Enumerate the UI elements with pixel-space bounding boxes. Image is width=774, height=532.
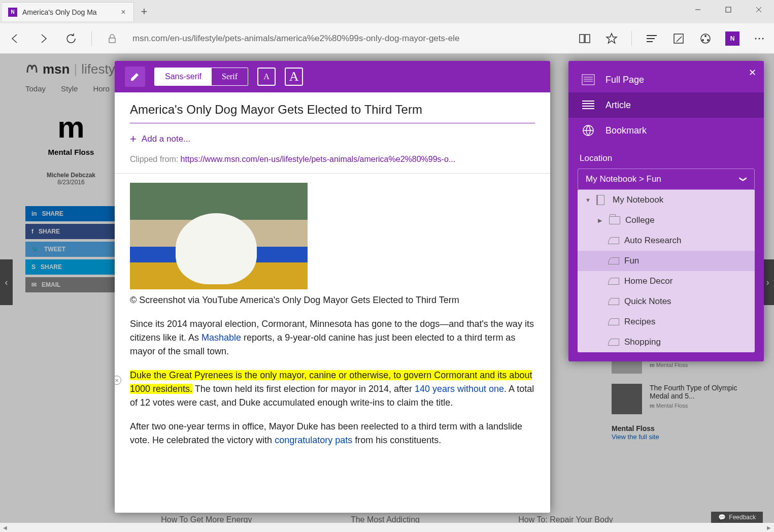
tree-label: Home Decor: [624, 276, 672, 286]
lock-icon: [105, 31, 120, 46]
article-image: [130, 183, 308, 289]
section-icon: [608, 257, 619, 264]
tree-section[interactable]: Fun: [578, 251, 755, 271]
highlighter-button[interactable]: [125, 66, 145, 87]
feedback-button[interactable]: 💬Feedback: [711, 512, 763, 523]
tab-favicon: N: [8, 8, 17, 17]
divider: [91, 31, 92, 46]
font-family-toggle: Sans-serif Serif: [154, 68, 248, 86]
tree-section[interactable]: Quick Notes: [578, 291, 755, 312]
dismiss-icon[interactable]: ✕: [115, 376, 121, 385]
section-icon: [608, 318, 619, 325]
collapse-icon[interactable]: ▼: [585, 197, 591, 203]
scroll-right-button[interactable]: ▶: [765, 525, 773, 530]
article-link[interactable]: congratulatory pats: [275, 435, 352, 445]
back-button[interactable]: [8, 31, 23, 46]
section-group-icon: [609, 216, 620, 224]
article-icon: [581, 99, 595, 111]
svg-rect-8: [674, 34, 683, 43]
onenote-clipper-button[interactable]: N: [725, 31, 739, 46]
clipper-location-panel: ✕ Full Page Article Bookmark Location My…: [568, 61, 764, 361]
tree-section[interactable]: Shopping: [578, 332, 755, 352]
close-window-button[interactable]: [744, 0, 774, 19]
web-note-button[interactable]: [671, 31, 686, 46]
location-select[interactable]: My Notebook > Fun ❯: [578, 169, 755, 190]
section-icon: [608, 339, 619, 346]
expand-icon[interactable]: ▶: [598, 217, 604, 224]
svg-point-15: [762, 38, 764, 39]
chevron-down-icon: ❯: [739, 176, 748, 182]
mode-label: Full Page: [605, 75, 644, 85]
article-paragraph: Duke the Great Pyrenees is the only mayo…: [130, 369, 535, 410]
favorites-button[interactable]: [604, 31, 619, 46]
url-input[interactable]: [132, 34, 565, 44]
bookmark-icon: [581, 125, 595, 136]
svg-point-10: [704, 35, 706, 37]
tree-section-group[interactable]: ▶ College: [578, 210, 755, 230]
tree-label: Quick Notes: [624, 296, 671, 307]
forward-button[interactable]: [36, 31, 51, 46]
browser-tab[interactable]: N America's Only Dog Ma ×: [2, 2, 134, 21]
selected-location: My Notebook > Fun: [586, 174, 661, 184]
tree-label: College: [625, 215, 655, 225]
svg-point-11: [702, 39, 704, 41]
close-panel-button[interactable]: ✕: [749, 67, 756, 78]
new-tab-button[interactable]: +: [134, 2, 154, 21]
refresh-button[interactable]: [63, 31, 79, 46]
mode-label: Bookmark: [605, 125, 647, 136]
tree-section[interactable]: Recipes: [578, 312, 755, 332]
svg-point-13: [755, 38, 757, 39]
tree-label: Shopping: [624, 337, 661, 347]
svg-rect-4: [109, 38, 115, 43]
svg-rect-16: [582, 75, 594, 85]
location-label: Location: [568, 149, 764, 169]
full-page-icon: [581, 74, 595, 85]
minimize-button[interactable]: [683, 0, 713, 19]
svg-point-12: [707, 39, 709, 41]
tab-title: America's Only Dog Ma: [22, 8, 119, 16]
sans-serif-button[interactable]: Sans-serif: [155, 68, 212, 85]
notebook-icon: [596, 195, 604, 205]
article-link[interactable]: 140 years without one: [415, 384, 504, 394]
tree-section[interactable]: Home Decor: [578, 271, 755, 291]
article-paragraph: After two one-year terms in office, Mayo…: [130, 420, 535, 447]
clipped-from: Clipped from: https://www.msn.com/en-us/…: [130, 155, 535, 164]
add-note-button[interactable]: + Add a note...: [130, 132, 535, 146]
tree-label: Recipes: [624, 317, 655, 327]
article-link[interactable]: Mashable: [201, 332, 241, 343]
article-paragraph: Since its 2014 mayoral election, Cormora…: [130, 317, 535, 358]
mode-bookmark[interactable]: Bookmark: [568, 118, 764, 143]
clip-title: America's Only Dog Mayor Gets Elected to…: [130, 103, 535, 123]
svg-rect-1: [726, 7, 731, 12]
maximize-button[interactable]: [713, 0, 744, 19]
more-button[interactable]: [752, 31, 766, 46]
reading-view-button[interactable]: [578, 31, 592, 46]
tree-label: My Notebook: [613, 195, 663, 205]
clipper-preview-panel: Sans-serif Serif A A America's Only Dog …: [115, 61, 550, 513]
tree-label: Auto Research: [624, 236, 681, 246]
notebook-tree: ▼ My Notebook ▶ College Auto Research Fu…: [578, 190, 755, 352]
svg-point-14: [759, 38, 760, 39]
divider: [631, 31, 632, 46]
source-url-link[interactable]: https://www.msn.com/en-us/lifestyle/pets…: [181, 155, 456, 163]
mode-article[interactable]: Article: [568, 92, 764, 118]
section-icon: [608, 237, 619, 244]
tree-label: Fun: [624, 256, 639, 266]
tree-notebook[interactable]: ▼ My Notebook: [578, 190, 755, 210]
share-button[interactable]: [698, 31, 713, 46]
horizontal-scrollbar[interactable]: ◀ ▶: [0, 523, 774, 532]
image-caption: © Screenshot via YouTube America's Only …: [130, 293, 535, 307]
mode-label: Article: [605, 100, 631, 111]
tab-close-button[interactable]: ×: [119, 8, 127, 17]
scroll-left-button[interactable]: ◀: [1, 525, 9, 530]
section-icon: [608, 298, 619, 305]
serif-button[interactable]: Serif: [212, 68, 248, 85]
mode-full-page[interactable]: Full Page: [568, 67, 764, 92]
section-icon: [608, 278, 619, 285]
increase-font-button[interactable]: A: [285, 68, 303, 86]
tree-section[interactable]: Auto Research: [578, 230, 755, 251]
decrease-font-button[interactable]: A: [257, 68, 276, 86]
hub-button[interactable]: [645, 31, 659, 46]
